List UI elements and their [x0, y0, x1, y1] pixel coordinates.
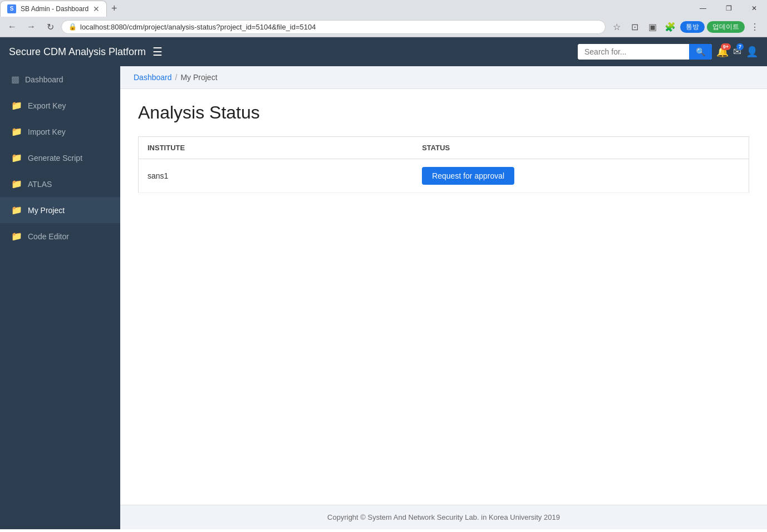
sidebar-label-generate-script: Generate Script	[28, 154, 82, 162]
cell-institute: sans1	[139, 159, 414, 193]
col-header-institute: INSTITUTE	[139, 137, 414, 159]
sidebar-item-dashboard[interactable]: ▩ Dashboard	[0, 66, 120, 92]
table-row: sans1 Request for approval	[139, 159, 749, 193]
notification-badge: 9+	[721, 43, 731, 50]
app-title: Secure CDM Analysis Platform	[9, 46, 146, 58]
tab-row: S SB Admin - Dashboard ✕ + — ❐ ✕	[0, 0, 767, 17]
search-box: 🔍	[578, 44, 712, 60]
back-button[interactable]: ←	[4, 19, 20, 35]
analysis-table: INSTITUTE STATUS sans1 Request for appro…	[138, 136, 749, 193]
my-project-icon: 📁	[11, 205, 22, 215]
forward-button[interactable]: →	[23, 19, 39, 35]
sidebar-label-export-key: Export Key	[28, 101, 66, 110]
active-tab[interactable]: S SB Admin - Dashboard ✕	[0, 1, 107, 17]
sidebar-label-my-project: My Project	[28, 206, 65, 215]
url-text: localhost:8080/cdm/project/analysis-stat…	[80, 23, 598, 31]
maximize-button[interactable]: ❐	[716, 0, 741, 17]
export-key-icon: 📁	[11, 100, 22, 111]
request-approval-button[interactable]: Request for approval	[422, 167, 514, 185]
breadcrumb: Dashboard / My Project	[120, 66, 767, 89]
search-button[interactable]: 🔍	[689, 44, 712, 60]
app-header: Secure CDM Analysis Platform ☰ 🔍 🔔 9+ ✉ …	[0, 37, 767, 66]
header-right: 🔍 🔔 9+ ✉ 7 👤	[578, 44, 758, 60]
footer-text: Copyright © System And Network Security …	[327, 513, 560, 521]
atlas-icon: 📁	[11, 179, 22, 189]
tab-title: SB Admin - Dashboard	[21, 5, 88, 13]
content-area: Dashboard / My Project Analysis Status I…	[120, 66, 767, 529]
app-body: ▩ Dashboard 📁 Export Key 📁 Import Key 📁 …	[0, 66, 767, 529]
table-header: INSTITUTE STATUS	[139, 137, 749, 159]
reload-button[interactable]: ↻	[42, 19, 58, 35]
minimize-button[interactable]: —	[690, 0, 716, 17]
dashboard-icon: ▩	[11, 74, 19, 85]
notifications-button[interactable]: 🔔 9+	[716, 46, 729, 58]
lock-icon: 🔒	[68, 23, 77, 31]
col-header-status: STATUS	[413, 137, 749, 159]
page-title: Analysis Status	[138, 102, 749, 123]
close-button[interactable]: ✕	[741, 0, 767, 17]
footer: Copyright © System And Network Security …	[120, 505, 767, 529]
window-controls: — ❐ ✕	[690, 0, 767, 17]
sidebar-item-generate-script[interactable]: 📁 Generate Script	[0, 145, 120, 171]
sidebar-item-export-key[interactable]: 📁 Export Key	[0, 92, 120, 119]
table-body: sans1 Request for approval	[139, 159, 749, 193]
screenshot-button[interactable]: ⊡	[627, 19, 642, 35]
tab-close-button[interactable]: ✕	[93, 5, 100, 13]
sidebar-item-atlas[interactable]: 📁 ATLAS	[0, 171, 120, 197]
breadcrumb-separator: /	[175, 73, 178, 82]
mail-button[interactable]: ✉ 7	[733, 46, 741, 58]
search-input[interactable]	[578, 44, 689, 60]
hamburger-button[interactable]: ☰	[153, 45, 163, 58]
toolbar-icons: ☆ ⊡ ▣ 🧩 통방 업데이트 ⋮	[609, 19, 763, 35]
address-bar[interactable]: 🔒 localhost:8080/cdm/project/analysis-st…	[61, 20, 606, 34]
badge1-button[interactable]: 통방	[680, 21, 705, 33]
sidebar-label-atlas: ATLAS	[28, 180, 52, 189]
page-content: Analysis Status INSTITUTE STATUS sans1 R…	[120, 89, 767, 505]
badge2-button[interactable]: 업데이트	[707, 21, 745, 33]
bookmark-button[interactable]: ☆	[609, 19, 625, 35]
sidebar: ▩ Dashboard 📁 Export Key 📁 Import Key 📁 …	[0, 66, 120, 529]
mail-badge: 7	[736, 43, 744, 50]
browser-chrome: S SB Admin - Dashboard ✕ + — ❐ ✕ ← → ↻ 🔒…	[0, 0, 767, 37]
app: Secure CDM Analysis Platform ☰ 🔍 🔔 9+ ✉ …	[0, 37, 767, 529]
sidebar-item-import-key[interactable]: 📁 Import Key	[0, 119, 120, 145]
generate-script-icon: 📁	[11, 152, 22, 163]
cell-status: Request for approval	[413, 159, 749, 193]
table-header-row: INSTITUTE STATUS	[139, 137, 749, 159]
user-button[interactable]: 👤	[746, 46, 758, 58]
sidebar-label-import-key: Import Key	[28, 127, 66, 136]
address-bar-row: ← → ↻ 🔒 localhost:8080/cdm/project/analy…	[0, 17, 767, 37]
sidebar-item-my-project[interactable]: 📁 My Project	[0, 197, 120, 223]
breadcrumb-home[interactable]: Dashboard	[134, 73, 172, 82]
import-key-icon: 📁	[11, 126, 22, 137]
tab-favicon: S	[7, 4, 16, 13]
sidebar-item-code-editor[interactable]: 📁 Code Editor	[0, 223, 120, 249]
sidebar-label-code-editor: Code Editor	[28, 232, 69, 241]
extension2-button[interactable]: 🧩	[662, 19, 678, 35]
extension1-button[interactable]: ▣	[645, 19, 660, 35]
code-editor-icon: 📁	[11, 231, 22, 242]
menu-button[interactable]: ⋮	[747, 19, 763, 35]
breadcrumb-current: My Project	[180, 73, 217, 82]
sidebar-label-dashboard: Dashboard	[25, 75, 63, 84]
new-tab-button[interactable]: +	[107, 3, 122, 14]
